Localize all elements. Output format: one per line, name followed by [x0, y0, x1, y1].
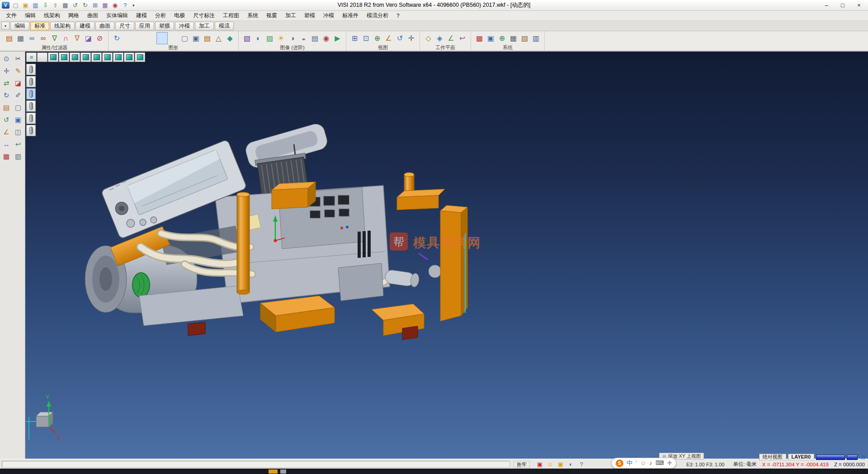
- clipboard-icon[interactable]: ▥: [12, 151, 24, 162]
- snap-settings-icon[interactable]: ▧: [519, 32, 530, 44]
- menu-item[interactable]: 尺寸标注: [189, 10, 219, 21]
- view-mode-field[interactable]: 绝对视图: [759, 454, 786, 460]
- taskbar-sliver[interactable]: [0, 469, 868, 474]
- note-icon[interactable]: ▢: [12, 102, 24, 113]
- workplane-align-icon[interactable]: ∠: [445, 32, 457, 44]
- style-preset-5[interactable]: [26, 113, 36, 124]
- line-width-icon[interactable]: [134, 32, 145, 44]
- view-axo-icon[interactable]: [124, 52, 134, 62]
- tab-dimension[interactable]: 尺寸: [115, 22, 134, 30]
- pan-view-icon[interactable]: ✛: [406, 32, 417, 44]
- snap-point-icon[interactable]: ✛: [0, 65, 12, 76]
- ime-keyboard-icon[interactable]: ⌨: [656, 460, 664, 466]
- grid-settings-icon[interactable]: ▦: [508, 32, 519, 44]
- tab-moldflow[interactable]: 模流: [215, 22, 234, 30]
- workplane-reset-icon[interactable]: ↩: [457, 32, 468, 44]
- menu-item[interactable]: 实体编辑: [102, 10, 132, 21]
- export-icon[interactable]: ⇧: [51, 1, 60, 9]
- shaded-box-icon[interactable]: ▣: [190, 32, 202, 44]
- texture-icon[interactable]: ▨: [264, 32, 275, 44]
- mirror-icon[interactable]: ◫: [12, 126, 24, 137]
- tab-dropdown-arrow[interactable]: ▾: [1, 22, 9, 30]
- tab-standard[interactable]: 标准: [30, 22, 49, 30]
- line-color-icon[interactable]: [145, 32, 156, 44]
- folder-status-icon[interactable]: ▣: [556, 460, 565, 468]
- taskbar-app-icon[interactable]: [269, 469, 278, 474]
- settings-icon[interactable]: ◉: [110, 1, 120, 9]
- globe-icon[interactable]: ⊕: [496, 32, 508, 44]
- ime-emoji-icon[interactable]: ☺: [640, 460, 646, 466]
- undo-sidebar-icon[interactable]: ↩: [12, 138, 24, 150]
- print-icon[interactable]: ▦: [61, 1, 70, 9]
- menu-item[interactable]: 加工: [281, 10, 300, 21]
- tab-molding[interactable]: 塑膜: [155, 22, 174, 30]
- rotate-icon[interactable]: ↻: [0, 90, 12, 101]
- layer-stack-icon[interactable]: ▤: [202, 32, 213, 44]
- viewport[interactable]: ≡: [25, 52, 868, 459]
- background-icon[interactable]: ▤: [309, 32, 321, 44]
- open-file-icon[interactable]: ▣: [21, 1, 30, 9]
- edit-geometry-icon[interactable]: ✐: [12, 90, 24, 101]
- save-file-icon[interactable]: ▥: [31, 1, 40, 9]
- unlink-icon[interactable]: ∞: [38, 32, 49, 44]
- trim-icon[interactable]: ✂: [12, 53, 24, 64]
- tab-die[interactable]: 冲模: [175, 22, 194, 30]
- menu-item[interactable]: 线架构: [40, 10, 64, 21]
- menu-item[interactable]: 电极: [170, 10, 189, 21]
- properties-icon[interactable]: ▤: [4, 32, 15, 44]
- clear-filter-icon[interactable]: ⊘: [94, 32, 105, 44]
- view-blank-icon[interactable]: [37, 52, 47, 62]
- menu-item[interactable]: 建模: [132, 10, 151, 21]
- assistant-icon[interactable]: ☺: [546, 460, 555, 468]
- layers-icon[interactable]: ▤: [0, 102, 12, 113]
- menu-item[interactable]: 编辑: [21, 10, 40, 21]
- tab-wireframe[interactable]: 线架构: [50, 22, 75, 30]
- selection-filter-icon[interactable]: ∇: [49, 32, 60, 44]
- filter-edit-icon[interactable]: ∇: [71, 32, 83, 44]
- menu-item[interactable]: 塑模: [300, 10, 319, 21]
- material-icon[interactable]: ◐: [253, 32, 264, 44]
- calculator-icon[interactable]: ▥: [530, 32, 542, 44]
- ime-toolbar[interactable]: S中’☺♪⌨✛: [611, 458, 676, 469]
- rotate-view-icon[interactable]: ↺: [394, 32, 406, 44]
- menu-item[interactable]: 网格: [64, 10, 83, 21]
- material-flask-icon[interactable]: △: [213, 32, 224, 44]
- render-gem-icon[interactable]: ◆: [224, 32, 236, 44]
- import-icon[interactable]: ⇩: [41, 1, 50, 9]
- style-preset-3[interactable]: [26, 88, 36, 100]
- tab-machining[interactable]: 加工: [195, 22, 214, 30]
- redraw-icon[interactable]: ↻: [111, 32, 123, 44]
- tab-edit[interactable]: 编辑: [10, 22, 29, 30]
- menu-item[interactable]: 分析: [151, 10, 170, 21]
- new-file-icon[interactable]: ▢: [11, 1, 20, 9]
- toolbar-options-arrow[interactable]: ▾: [130, 3, 137, 8]
- view-iso-icon[interactable]: [48, 52, 58, 62]
- view-menu-icon[interactable]: ≡: [26, 52, 37, 62]
- view-right-icon[interactable]: [91, 52, 102, 62]
- color-palette-icon[interactable]: ▩: [474, 32, 485, 44]
- zoom-in-icon[interactable]: ⊕: [372, 32, 383, 44]
- status-corner-icon[interactable]: ▣: [859, 454, 867, 460]
- grid-toggle-icon[interactable]: ▦: [100, 1, 110, 9]
- zoom-fit-icon[interactable]: ⊞: [90, 1, 100, 9]
- undo-icon[interactable]: ↺: [71, 1, 80, 9]
- view-dynamic-icon[interactable]: [135, 52, 145, 62]
- current-style-icon[interactable]: [156, 32, 168, 44]
- wireframe-box-icon[interactable]: ▢: [179, 32, 190, 44]
- magnet-icon[interactable]: ∩: [60, 32, 71, 44]
- menu-item[interactable]: 冲模: [319, 10, 338, 21]
- view-front-icon[interactable]: [59, 52, 69, 62]
- animation-icon[interactable]: ▶: [332, 32, 343, 44]
- eraser-icon[interactable]: ◪: [83, 32, 94, 44]
- redo-icon[interactable]: ↻: [80, 1, 90, 9]
- reflection-icon[interactable]: ◒: [298, 32, 309, 44]
- point-style-icon[interactable]: [168, 32, 179, 44]
- view-bottom-icon[interactable]: [113, 52, 123, 62]
- app-logo[interactable]: V: [1, 1, 10, 9]
- workplane-icon[interactable]: ◇: [423, 32, 434, 44]
- ime-voice-icon[interactable]: ♪: [649, 460, 652, 466]
- zoom-extents-icon[interactable]: ⊞: [349, 32, 360, 44]
- sketch-icon[interactable]: ✎: [12, 65, 24, 76]
- zoom-select-icon[interactable]: ⊙: [0, 53, 12, 64]
- lock-toggle[interactable]: 拴牢: [514, 461, 530, 468]
